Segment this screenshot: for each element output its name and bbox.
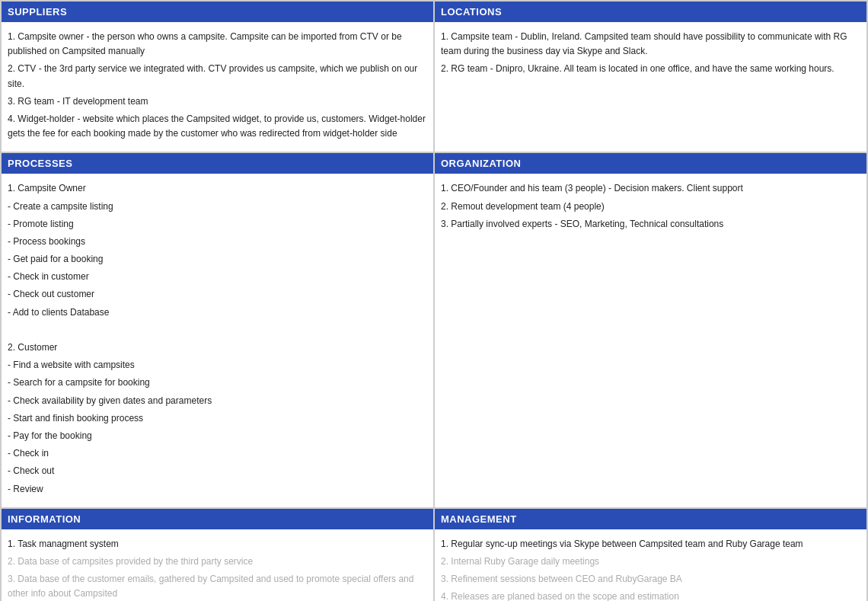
list-item: 2. RG team - Dnipro, Ukraine. All team i… bbox=[441, 62, 860, 76]
list-item: 1. Campsite team - Dublin, Ireland. Camp… bbox=[441, 30, 860, 59]
list-item: - Promote listing bbox=[8, 217, 427, 232]
list-item: 1. CEO/Founder and his team (3 people) -… bbox=[441, 181, 860, 196]
information-header: INFORMATION bbox=[2, 509, 433, 529]
list-item: - Search for a campsite for booking bbox=[8, 376, 427, 390]
list-item: - Create a campsite listing bbox=[8, 200, 427, 214]
suppliers-cell: SUPPLIERS 1. Campsite owner - the person… bbox=[1, 1, 434, 152]
list-item: - Review bbox=[8, 482, 427, 497]
locations-cell: LOCATIONS 1. Campsite team - Dublin, Ire… bbox=[434, 1, 867, 152]
list-item: - Pay for the booking bbox=[8, 429, 427, 443]
list-item: 1. Task managment system bbox=[8, 537, 427, 551]
list-item: - Get paid for a booking bbox=[8, 252, 427, 267]
list-item: - Check availability by given dates and … bbox=[8, 394, 427, 408]
processes-body: 1. Campsite Owner- Create a campsite lis… bbox=[2, 174, 433, 507]
list-item: 1. Campsite owner - the person who owns … bbox=[8, 30, 427, 59]
list-item: 2. Data base of campsites provided by th… bbox=[8, 555, 427, 569]
list-item: 3. Data base of the customer emails, gat… bbox=[8, 572, 427, 601]
list-item: - Process bookings bbox=[8, 235, 427, 249]
management-header: MANAGEMENT bbox=[435, 509, 866, 529]
list-item: - Check in customer bbox=[8, 270, 427, 284]
management-cell: MANAGEMENT 1. Regular sync-up meetings v… bbox=[434, 508, 867, 601]
list-item: - Add to clients Database bbox=[8, 305, 427, 320]
information-body: 1. Task managment system2. Data base of … bbox=[2, 529, 433, 601]
list-item: - Check in bbox=[8, 446, 427, 461]
locations-header: LOCATIONS bbox=[435, 2, 866, 22]
organization-header: ORGANIZATION bbox=[435, 153, 866, 174]
locations-body: 1. Campsite team - Dublin, Ireland. Camp… bbox=[435, 22, 866, 88]
list-item: 4. Releases are planed based on the scop… bbox=[441, 590, 860, 601]
list-item: 2. Internal Ruby Garage daily meetings bbox=[441, 555, 860, 569]
suppliers-body: 1. Campsite owner - the person who owns … bbox=[2, 22, 433, 152]
list-item: 2. Remout development team (4 people) bbox=[441, 200, 860, 214]
list-item: 3. Partially involved experts - SEO, Mar… bbox=[441, 217, 860, 232]
list-item: - Find a website with campsites bbox=[8, 358, 427, 372]
processes-header: PROCESSES bbox=[2, 153, 433, 174]
organization-body: 1. CEO/Founder and his team (3 people) -… bbox=[435, 174, 866, 242]
list-item: - Start and finish booking process bbox=[8, 411, 427, 426]
list-item: - Check out customer bbox=[8, 287, 427, 302]
list-item: 1. Campsite Owner bbox=[8, 181, 427, 196]
list-item: 2. Customer bbox=[8, 340, 427, 355]
list-item: 2. CTV - the 3rd party service we integr… bbox=[8, 62, 427, 91]
list-item: - Check out bbox=[8, 464, 427, 478]
list-item: 3. Refinement sessions between CEO and R… bbox=[441, 572, 860, 587]
suppliers-header: SUPPLIERS bbox=[2, 2, 433, 22]
organization-cell: ORGANIZATION 1. CEO/Founder and his team… bbox=[434, 152, 867, 507]
processes-cell: PROCESSES 1. Campsite Owner- Create a ca… bbox=[1, 152, 434, 507]
list-item: 1. Regular sync-up meetings via Skype be… bbox=[441, 537, 860, 551]
list-item: 4. Widget-holder - website which places … bbox=[8, 112, 427, 141]
information-cell: INFORMATION 1. Task managment system2. D… bbox=[1, 508, 434, 601]
management-body: 1. Regular sync-up meetings via Skype be… bbox=[435, 529, 866, 601]
list-item bbox=[8, 323, 427, 337]
main-grid: SUPPLIERS 1. Campsite owner - the person… bbox=[0, 0, 868, 601]
list-item: 3. RG team - IT development team bbox=[8, 94, 427, 109]
